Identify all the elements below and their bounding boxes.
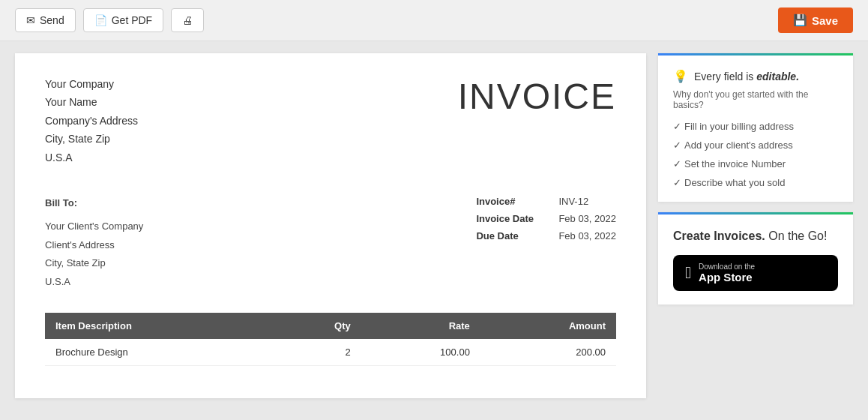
get-pdf-button[interactable]: 📄 Get PDF — [83, 8, 163, 32]
download-on-label: Download on the — [699, 262, 755, 271]
tip-heading: 💡 Every field is editable. — [673, 69, 838, 83]
save-label: Save — [812, 14, 838, 27]
pdf-icon: 📄 — [94, 14, 107, 26]
client-company[interactable]: Your Client's Company — [45, 219, 143, 235]
table-row: Brochure Design 2 100.00 200.00 — [45, 339, 616, 366]
client-city[interactable]: City, State Zip — [45, 256, 143, 272]
bulb-icon: 💡 — [673, 69, 688, 83]
items-table: Item Description Qty Rate Amount Brochur… — [45, 313, 616, 366]
bill-to-label: Bill To: — [45, 196, 143, 212]
save-button[interactable]: 💾 Save — [778, 8, 853, 33]
send-icon: ✉ — [26, 14, 35, 26]
tip-heading-bold: editable. — [756, 70, 799, 82]
invoice-date-value[interactable]: Feb 03, 2022 — [558, 213, 616, 224]
company-name[interactable]: Your Company — [45, 76, 138, 92]
tip-heading-normal: Every field is — [694, 70, 753, 82]
invoice-title: INVOICE — [458, 76, 616, 117]
tips-card: 💡 Every field is editable. Why don't you… — [658, 53, 853, 202]
sidebar: 💡 Every field is editable. Why don't you… — [658, 53, 853, 304]
col-rate: Rate — [361, 313, 480, 339]
invoice-date-label: Invoice Date — [476, 213, 543, 224]
row-description[interactable]: Brochure Design — [45, 339, 274, 366]
tip-text: Every field is editable. — [694, 70, 799, 82]
invoice-date-row: Invoice Date Feb 03, 2022 — [476, 213, 616, 224]
invoice-number-label: Invoice# — [476, 196, 543, 207]
invoice-number-row: Invoice# INV-12 — [476, 196, 616, 207]
company-info: Your Company Your Name Company's Address… — [45, 76, 138, 166]
toolbar: ✉ Send 📄 Get PDF 🖨 💾 Save — [0, 0, 868, 41]
apple-icon:  — [685, 263, 691, 283]
tip-item: ✓Describe what you sold — [673, 177, 838, 188]
app-heading: Create Invoices. On the Go! — [673, 228, 838, 244]
row-qty[interactable]: 2 — [274, 339, 361, 366]
app-card: Create Invoices. On the Go!  Download o… — [658, 212, 853, 304]
client-country[interactable]: U.S.A — [45, 274, 143, 290]
table-header: Item Description Qty Rate Amount — [45, 313, 616, 339]
due-date-label: Due Date — [476, 230, 543, 242]
main-content: Your Company Your Name Company's Address… — [0, 41, 868, 420]
billing-section: Bill To: Your Client's Company Client's … — [45, 196, 616, 290]
invoice-details: Invoice# INV-12 Invoice Date Feb 03, 202… — [476, 196, 616, 290]
app-store-button[interactable]:  Download on the App Store — [673, 255, 838, 291]
col-description: Item Description — [45, 313, 274, 339]
invoice-number-value[interactable]: INV-12 — [558, 196, 588, 207]
row-amount[interactable]: 200.00 — [480, 339, 616, 366]
due-date-value[interactable]: Feb 03, 2022 — [558, 230, 616, 242]
app-store-label: App Store — [699, 271, 755, 284]
col-qty: Qty — [274, 313, 361, 339]
check-icon: ✓ — [673, 158, 681, 170]
tip-item: ✓Fill in your billing address — [673, 121, 838, 132]
get-pdf-label: Get PDF — [112, 14, 152, 26]
client-address[interactable]: Client's Address — [45, 238, 143, 254]
send-button[interactable]: ✉ Send — [15, 8, 76, 32]
app-heading-strong: Create Invoices. — [673, 230, 765, 242]
send-label: Send — [40, 14, 64, 26]
row-rate[interactable]: 100.00 — [361, 339, 480, 366]
company-city[interactable]: City, State Zip — [45, 130, 138, 147]
invoice-panel: Your Company Your Name Company's Address… — [15, 53, 646, 398]
due-date-row: Due Date Feb 03, 2022 — [476, 230, 616, 242]
check-icon: ✓ — [673, 140, 681, 151]
bill-to: Bill To: Your Client's Company Client's … — [45, 196, 143, 290]
toolbar-left: ✉ Send 📄 Get PDF 🖨 — [15, 8, 204, 32]
tip-item: ✓Set the invoice Number — [673, 158, 838, 170]
print-icon: 🖨 — [182, 14, 193, 26]
tip-list: ✓Fill in your billing address✓Add your c… — [673, 121, 838, 188]
tip-subtitle: Why don't you get started with the basic… — [673, 89, 838, 110]
company-country[interactable]: U.S.A — [45, 149, 138, 166]
store-text: Download on the App Store — [699, 262, 755, 284]
check-icon: ✓ — [673, 121, 681, 132]
print-button[interactable]: 🖨 — [171, 8, 204, 32]
company-contact[interactable]: Your Name — [45, 94, 138, 110]
col-amount: Amount — [480, 313, 616, 339]
company-address[interactable]: Company's Address — [45, 112, 138, 129]
app-heading-rest: On the Go! — [765, 230, 828, 242]
table-body: Brochure Design 2 100.00 200.00 — [45, 339, 616, 366]
tip-item: ✓Add your client's address — [673, 140, 838, 151]
check-icon: ✓ — [673, 177, 681, 188]
invoice-header: Your Company Your Name Company's Address… — [45, 76, 616, 166]
save-icon: 💾 — [793, 14, 807, 27]
